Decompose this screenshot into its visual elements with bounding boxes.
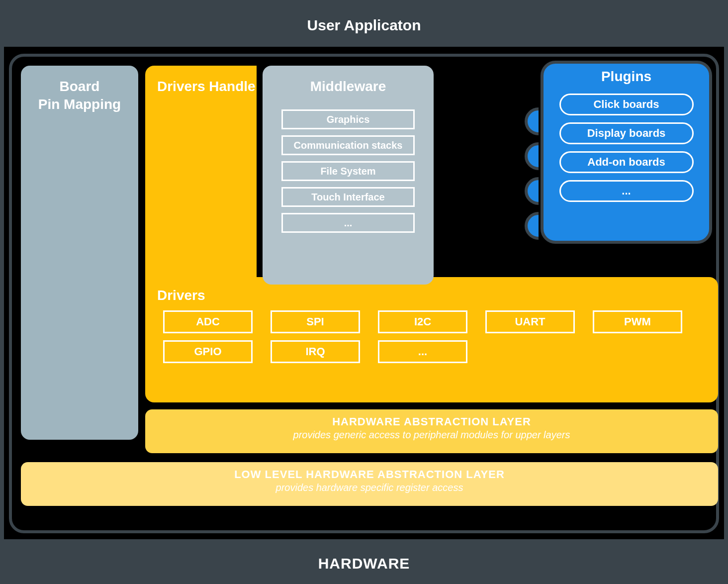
- driver-chip: UART: [485, 310, 575, 333]
- middleware-item: Touch Interface: [281, 187, 415, 207]
- middleware-item: File System: [281, 161, 415, 181]
- drivers-section-label: Drivers: [157, 288, 205, 303]
- plugins-title: Plugins: [544, 69, 709, 85]
- middleware-item: Communication stacks: [281, 135, 415, 155]
- board-pin-mapping-label-1: Board: [21, 79, 138, 95]
- driver-chip: SPI: [271, 310, 360, 333]
- middleware-item: ...: [281, 213, 415, 233]
- plugin-item: Display boards: [559, 122, 694, 144]
- driver-chip: IRQ: [271, 340, 360, 363]
- user-application-title: User Applicaton: [0, 0, 728, 34]
- plugin-item: Add-on boards: [559, 151, 694, 173]
- drivers-block-top: [145, 66, 257, 285]
- driver-chip: ...: [378, 340, 467, 363]
- plugins-block: Plugins Click boards Display boards Add-…: [541, 61, 712, 244]
- drivers-grid: ADC SPI I2C UART PWM GPIO IRQ ...: [163, 310, 682, 363]
- llhal-title: LOW LEVEL HARDWARE ABSTRACTION LAYER: [21, 468, 718, 481]
- llhal-block: LOW LEVEL HARDWARE ABSTRACTION LAYER pro…: [21, 462, 718, 506]
- hal-title: HARDWARE ABSTRACTION LAYER: [145, 415, 718, 428]
- driver-chip: I2C: [378, 310, 467, 333]
- middleware-item: Graphics: [281, 109, 415, 129]
- hal-block: HARDWARE ABSTRACTION LAYER provides gene…: [145, 409, 718, 453]
- plugin-item: ...: [559, 180, 694, 202]
- middleware-block: Middleware Graphics Communication stacks…: [263, 66, 434, 285]
- diagram-stage: Board Pin Mapping Drivers Handle Drivers…: [4, 47, 724, 539]
- driver-chip: GPIO: [163, 340, 253, 363]
- board-pin-mapping-block: Board Pin Mapping: [21, 66, 138, 440]
- plugin-item: Click boards: [559, 94, 694, 115]
- llhal-subtitle: provides hardware specific register acce…: [21, 482, 718, 493]
- drivers-handle-label: Drivers Handle: [157, 79, 256, 95]
- board-pin-mapping-label-2: Pin Mapping: [21, 97, 138, 112]
- driver-chip: PWM: [593, 310, 682, 333]
- hardware-title: HARDWARE: [0, 555, 728, 572]
- driver-chip: ADC: [163, 310, 253, 333]
- middleware-title: Middleware: [263, 79, 434, 95]
- hal-subtitle: provides generic access to peripheral mo…: [145, 429, 718, 441]
